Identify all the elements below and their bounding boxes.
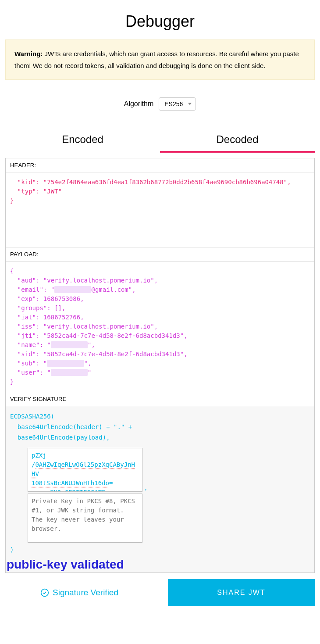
verify-comma: ,: [144, 484, 148, 491]
verify-close-paren: ): [6, 544, 314, 558]
verify-fn: ECDSASHA256(: [10, 411, 310, 422]
redacted-value: xxxxxxxxxx: [51, 369, 88, 376]
svg-point-0: [41, 589, 49, 597]
tab-decoded[interactable]: Decoded: [160, 128, 315, 153]
algorithm-select[interactable]: ES256: [159, 97, 196, 111]
public-key-input[interactable]: pZXj /0AHZwIqeRLwOGl25pzXqCAByJnHHV 108t…: [28, 448, 142, 492]
redacted-value: xxxxxxxxxx: [51, 341, 88, 348]
tabs: Encoded Decoded: [5, 128, 315, 153]
decoded-panel: HEADER: "kid": "754e2f4864eaa636fd4ea1f8…: [5, 158, 315, 573]
page-title: Debugger: [5, 0, 315, 39]
verify-line1: base64UrlEncode(header) + "." +: [10, 422, 310, 433]
algorithm-label: Algorithm: [124, 100, 154, 108]
redacted-value: xxxxxxxxxx: [54, 286, 91, 293]
algorithm-row: Algorithm ES256: [5, 97, 315, 111]
signature-verified-status: Signature Verified: [5, 588, 118, 597]
warning-text: JWTs are credentials, which can grant ac…: [14, 50, 299, 69]
header-json[interactable]: "kid": "754e2f4864eaa636fd4ea1f8362b6877…: [6, 172, 314, 247]
verify-signature-block: ECDSASHA256( base64UrlEncode(header) + "…: [6, 406, 314, 572]
redacted-value: xxxxxxxxxx: [47, 360, 84, 367]
verify-line2: base64UrlEncode(payload),: [10, 433, 310, 443]
warning-prefix: Warning:: [14, 50, 43, 57]
tab-encoded[interactable]: Encoded: [5, 128, 160, 153]
header-section-label: HEADER:: [6, 158, 314, 172]
verify-section-label: VERIFY SIGNATURE: [6, 392, 314, 406]
private-key-input[interactable]: [28, 494, 142, 543]
warning-banner: Warning: JWTs are credentials, which can…: [5, 39, 315, 80]
validation-status: public-key validated: [6, 558, 314, 572]
payload-section-label: PAYLOAD:: [6, 247, 314, 261]
share-jwt-button[interactable]: SHARE JWT: [168, 579, 315, 606]
payload-json[interactable]: { "aud": "verify.localhost.pomerium.io",…: [6, 261, 314, 392]
check-circle-icon: [40, 588, 49, 597]
